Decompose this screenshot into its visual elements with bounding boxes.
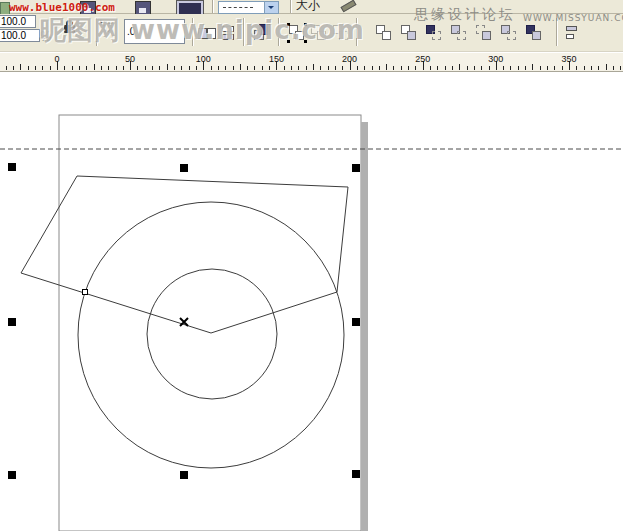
drawing-canvas[interactable] <box>0 0 623 531</box>
selection-handle[interactable] <box>8 318 16 326</box>
ruler-tick <box>262 66 263 70</box>
ruler-tick <box>379 66 380 70</box>
ruler-tick <box>598 66 599 70</box>
coreldraw-window: 大小 % +↺ <box>0 0 623 531</box>
ruler-tick <box>181 66 182 70</box>
ruler-tick <box>211 66 212 70</box>
ruler-tick <box>562 66 563 70</box>
ruler-tick <box>189 66 190 70</box>
ruler-tick <box>328 66 329 70</box>
ruler-tick <box>591 66 592 70</box>
ruler-label: 50 <box>125 54 135 64</box>
create-boundary-button[interactable] <box>524 23 544 43</box>
ruler-tick <box>467 66 468 70</box>
line-style-preview <box>223 7 253 8</box>
ruler-tick <box>357 66 358 70</box>
scale-height-input[interactable] <box>0 29 40 42</box>
ruler-label: 150 <box>269 54 284 64</box>
ruler-tick <box>218 66 219 70</box>
ruler-tick <box>510 66 511 70</box>
ruler-tick <box>408 66 409 70</box>
selection-handle[interactable] <box>180 471 188 479</box>
ruler-tick <box>532 64 533 70</box>
weld-button[interactable] <box>374 23 394 43</box>
watermark-nipic: 昵图网 www.nipic.com <box>40 13 365 48</box>
ruler-label: 100 <box>196 54 211 64</box>
ruler-tick <box>474 66 475 70</box>
ruler-tick <box>225 66 226 70</box>
ruler-tick <box>342 66 343 70</box>
ruler-tick <box>503 66 504 70</box>
page-shadow <box>361 122 368 531</box>
toolbar-separator <box>290 0 292 13</box>
ruler-tick <box>116 66 117 70</box>
ruler-tick <box>364 66 365 70</box>
ruler-tick <box>284 66 285 70</box>
curve-node-marker[interactable] <box>83 290 88 295</box>
ruler-tick <box>240 64 241 70</box>
ruler-tick <box>313 64 314 70</box>
front-minus-back-button[interactable] <box>474 23 494 43</box>
selection-handle[interactable] <box>8 163 16 171</box>
selection-handle[interactable] <box>180 164 188 172</box>
ruler-tick <box>335 66 336 70</box>
ruler-tick <box>547 66 548 70</box>
ruler-tick <box>79 66 80 70</box>
pen-icon[interactable] <box>341 0 357 12</box>
ruler-tick <box>430 66 431 70</box>
ruler-tick <box>167 64 168 70</box>
selection-handle[interactable] <box>8 471 16 479</box>
ruler-tick <box>137 66 138 70</box>
ruler-tick <box>291 66 292 70</box>
ruler-tick <box>50 66 51 70</box>
scale-width-input[interactable] <box>0 15 36 28</box>
ruler-tick <box>86 66 87 70</box>
ruler-tick <box>459 64 460 70</box>
ruler-tick <box>159 66 160 70</box>
ruler-tick <box>94 64 95 70</box>
ruler-tick <box>13 66 14 70</box>
ruler-label: 200 <box>342 54 357 64</box>
ruler-tick <box>247 66 248 70</box>
ruler-tick <box>196 66 197 70</box>
ruler-label: 250 <box>415 54 430 64</box>
align-distribute-button[interactable] <box>563 23 583 43</box>
ruler-tick <box>613 66 614 70</box>
ruler-tick <box>6 66 7 70</box>
ruler-tick <box>452 66 453 70</box>
ruler-tick <box>481 66 482 70</box>
ruler-tick <box>254 66 255 70</box>
ruler-tick <box>233 66 234 70</box>
ruler-tick <box>401 66 402 70</box>
size-label: 大小 <box>296 0 320 12</box>
ruler-tick <box>152 66 153 70</box>
ruler-tick <box>320 66 321 70</box>
ruler-label: 300 <box>488 54 503 64</box>
trim-button[interactable] <box>399 23 419 43</box>
ruler-tick <box>101 66 102 70</box>
ruler-tick <box>64 66 65 70</box>
ruler-tick <box>72 66 73 70</box>
back-minus-front-button[interactable] <box>499 23 519 43</box>
ruler-tick <box>606 64 607 70</box>
ruler-tick <box>445 66 446 70</box>
ruler-tick <box>174 66 175 70</box>
simplify-button[interactable] <box>449 23 469 43</box>
ruler-tick <box>35 66 36 70</box>
horizontal-ruler[interactable]: 050100150200250300350 <box>0 52 623 72</box>
ruler-label: 350 <box>561 54 576 64</box>
ruler-tick <box>42 66 43 70</box>
ruler-tick <box>489 66 490 70</box>
intersect-button[interactable] <box>424 23 444 43</box>
ruler-tick <box>20 64 21 70</box>
ruler-tick <box>123 66 124 70</box>
ruler-tick <box>415 66 416 70</box>
selection-handle[interactable] <box>352 318 360 326</box>
ruler-tick <box>437 66 438 70</box>
dropdown-button[interactable] <box>264 2 278 13</box>
selection-handle[interactable] <box>352 470 360 478</box>
selection-handle[interactable] <box>352 164 360 172</box>
ruler-tick <box>620 66 621 70</box>
ruler-tick <box>298 66 299 70</box>
ruler-tick <box>372 66 373 70</box>
